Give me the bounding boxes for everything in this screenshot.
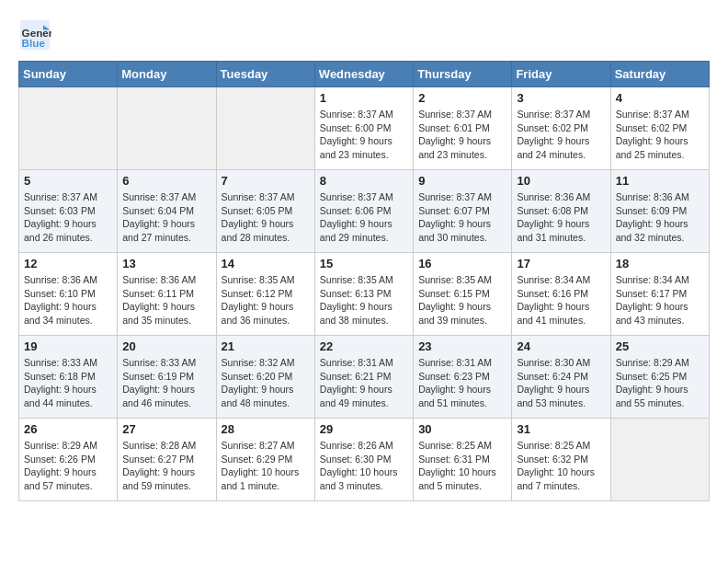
day-number: 31 xyxy=(517,422,605,436)
calendar-cell: 7Sunrise: 8:37 AM Sunset: 6:05 PM Daylig… xyxy=(216,170,314,253)
calendar-cell xyxy=(19,87,118,170)
day-info: Sunrise: 8:27 AM Sunset: 6:29 PM Dayligh… xyxy=(222,439,310,493)
day-info: Sunrise: 8:37 AM Sunset: 6:01 PM Dayligh… xyxy=(418,108,506,162)
day-number: 10 xyxy=(517,174,605,188)
day-info: Sunrise: 8:35 AM Sunset: 6:15 PM Dayligh… xyxy=(418,273,506,327)
day-info: Sunrise: 8:37 AM Sunset: 6:02 PM Dayligh… xyxy=(517,108,605,162)
calendar-cell: 1Sunrise: 8:37 AM Sunset: 6:00 PM Daylig… xyxy=(314,87,413,170)
weekday-header: Saturday xyxy=(610,62,709,87)
calendar-cell: 12Sunrise: 8:36 AM Sunset: 6:10 PM Dayli… xyxy=(19,253,118,336)
day-info: Sunrise: 8:34 AM Sunset: 6:16 PM Dayligh… xyxy=(517,273,605,327)
day-number: 8 xyxy=(320,174,408,188)
calendar-cell: 21Sunrise: 8:32 AM Sunset: 6:20 PM Dayli… xyxy=(216,336,314,419)
weekday-header: Monday xyxy=(118,62,216,87)
calendar-cell: 16Sunrise: 8:35 AM Sunset: 6:15 PM Dayli… xyxy=(414,253,512,336)
day-info: Sunrise: 8:35 AM Sunset: 6:13 PM Dayligh… xyxy=(320,273,408,327)
calendar-cell: 3Sunrise: 8:37 AM Sunset: 6:02 PM Daylig… xyxy=(512,87,610,170)
day-info: Sunrise: 8:29 AM Sunset: 6:25 PM Dayligh… xyxy=(616,356,704,410)
calendar-cell: 29Sunrise: 8:26 AM Sunset: 6:30 PM Dayli… xyxy=(314,419,413,501)
day-info: Sunrise: 8:34 AM Sunset: 6:17 PM Dayligh… xyxy=(616,273,704,327)
day-info: Sunrise: 8:36 AM Sunset: 6:09 PM Dayligh… xyxy=(616,190,704,245)
day-number: 20 xyxy=(122,339,210,353)
calendar-cell: 2Sunrise: 8:37 AM Sunset: 6:01 PM Daylig… xyxy=(414,87,512,170)
day-number: 18 xyxy=(616,257,704,270)
calendar-week-row: 26Sunrise: 8:29 AM Sunset: 6:26 PM Dayli… xyxy=(19,419,710,501)
calendar-cell: 22Sunrise: 8:31 AM Sunset: 6:21 PM Dayli… xyxy=(314,336,413,419)
calendar-cell xyxy=(610,419,709,501)
calendar-week-row: 19Sunrise: 8:33 AM Sunset: 6:18 PM Dayli… xyxy=(19,336,710,419)
day-info: Sunrise: 8:32 AM Sunset: 6:20 PM Dayligh… xyxy=(222,356,310,410)
calendar-cell: 23Sunrise: 8:31 AM Sunset: 6:23 PM Dayli… xyxy=(414,336,512,419)
calendar-cell: 10Sunrise: 8:36 AM Sunset: 6:08 PM Dayli… xyxy=(512,170,610,253)
day-info: Sunrise: 8:37 AM Sunset: 6:02 PM Dayligh… xyxy=(616,108,704,162)
day-number: 22 xyxy=(320,339,408,353)
calendar-week-row: 1Sunrise: 8:37 AM Sunset: 6:00 PM Daylig… xyxy=(19,87,710,170)
calendar-cell: 27Sunrise: 8:28 AM Sunset: 6:27 PM Dayli… xyxy=(118,419,216,501)
weekday-header: Tuesday xyxy=(216,62,314,87)
calendar-cell: 24Sunrise: 8:30 AM Sunset: 6:24 PM Dayli… xyxy=(512,336,610,419)
day-info: Sunrise: 8:37 AM Sunset: 6:06 PM Dayligh… xyxy=(320,190,408,245)
weekday-header: Friday xyxy=(512,62,610,87)
day-info: Sunrise: 8:31 AM Sunset: 6:21 PM Dayligh… xyxy=(320,356,408,410)
day-number: 14 xyxy=(222,257,310,270)
day-number: 11 xyxy=(616,174,704,188)
day-number: 24 xyxy=(517,339,605,353)
day-info: Sunrise: 8:25 AM Sunset: 6:31 PM Dayligh… xyxy=(418,439,506,493)
logo-icon: General Blue xyxy=(18,18,51,52)
day-number: 1 xyxy=(320,91,408,105)
weekday-header-row: SundayMondayTuesdayWednesdayThursdayFrid… xyxy=(19,62,710,87)
day-info: Sunrise: 8:28 AM Sunset: 6:27 PM Dayligh… xyxy=(122,439,210,493)
day-number: 30 xyxy=(418,422,506,436)
day-number: 4 xyxy=(616,91,704,105)
day-number: 9 xyxy=(418,174,506,188)
day-number: 16 xyxy=(418,257,506,270)
day-info: Sunrise: 8:36 AM Sunset: 6:11 PM Dayligh… xyxy=(122,273,210,327)
day-number: 7 xyxy=(222,174,310,188)
calendar-week-row: 12Sunrise: 8:36 AM Sunset: 6:10 PM Dayli… xyxy=(19,253,710,336)
calendar-cell: 31Sunrise: 8:25 AM Sunset: 6:32 PM Dayli… xyxy=(512,419,610,501)
calendar-cell: 19Sunrise: 8:33 AM Sunset: 6:18 PM Dayli… xyxy=(19,336,118,419)
calendar-cell: 25Sunrise: 8:29 AM Sunset: 6:25 PM Dayli… xyxy=(610,336,709,419)
calendar-cell xyxy=(216,87,314,170)
day-info: Sunrise: 8:37 AM Sunset: 6:04 PM Dayligh… xyxy=(122,190,210,245)
day-info: Sunrise: 8:37 AM Sunset: 6:00 PM Dayligh… xyxy=(320,108,408,162)
calendar-cell: 26Sunrise: 8:29 AM Sunset: 6:26 PM Dayli… xyxy=(19,419,118,501)
day-info: Sunrise: 8:36 AM Sunset: 6:10 PM Dayligh… xyxy=(24,273,112,327)
page: General Blue SundayMondayTuesdayWednesda… xyxy=(0,0,728,511)
day-info: Sunrise: 8:29 AM Sunset: 6:26 PM Dayligh… xyxy=(24,439,112,493)
day-number: 23 xyxy=(418,339,506,353)
day-number: 6 xyxy=(122,174,210,188)
day-number: 13 xyxy=(122,257,210,270)
weekday-header: Thursday xyxy=(414,62,512,87)
header: General Blue xyxy=(18,18,710,52)
day-number: 2 xyxy=(418,91,506,105)
calendar-cell: 28Sunrise: 8:27 AM Sunset: 6:29 PM Dayli… xyxy=(216,419,314,501)
calendar-cell: 6Sunrise: 8:37 AM Sunset: 6:04 PM Daylig… xyxy=(118,170,216,253)
day-number: 26 xyxy=(24,422,112,436)
calendar-cell: 5Sunrise: 8:37 AM Sunset: 6:03 PM Daylig… xyxy=(19,170,118,253)
svg-text:Blue: Blue xyxy=(22,37,46,49)
day-number: 29 xyxy=(320,422,408,436)
day-number: 17 xyxy=(517,257,605,270)
day-number: 12 xyxy=(24,257,112,270)
calendar-cell: 9Sunrise: 8:37 AM Sunset: 6:07 PM Daylig… xyxy=(414,170,512,253)
calendar-cell: 8Sunrise: 8:37 AM Sunset: 6:06 PM Daylig… xyxy=(314,170,413,253)
weekday-header: Wednesday xyxy=(314,62,413,87)
day-info: Sunrise: 8:37 AM Sunset: 6:05 PM Dayligh… xyxy=(222,190,310,245)
calendar-cell: 20Sunrise: 8:33 AM Sunset: 6:19 PM Dayli… xyxy=(118,336,216,419)
calendar-cell: 13Sunrise: 8:36 AM Sunset: 6:11 PM Dayli… xyxy=(118,253,216,336)
day-info: Sunrise: 8:33 AM Sunset: 6:19 PM Dayligh… xyxy=(122,356,210,410)
calendar-cell: 14Sunrise: 8:35 AM Sunset: 6:12 PM Dayli… xyxy=(216,253,314,336)
calendar-week-row: 5Sunrise: 8:37 AM Sunset: 6:03 PM Daylig… xyxy=(19,170,710,253)
weekday-header: Sunday xyxy=(19,62,118,87)
calendar-cell: 4Sunrise: 8:37 AM Sunset: 6:02 PM Daylig… xyxy=(610,87,709,170)
calendar-cell: 11Sunrise: 8:36 AM Sunset: 6:09 PM Dayli… xyxy=(610,170,709,253)
day-number: 28 xyxy=(222,422,310,436)
day-info: Sunrise: 8:25 AM Sunset: 6:32 PM Dayligh… xyxy=(517,439,605,493)
day-info: Sunrise: 8:35 AM Sunset: 6:12 PM Dayligh… xyxy=(222,273,310,327)
day-info: Sunrise: 8:37 AM Sunset: 6:03 PM Dayligh… xyxy=(24,190,112,245)
calendar-cell: 18Sunrise: 8:34 AM Sunset: 6:17 PM Dayli… xyxy=(610,253,709,336)
logo: General Blue xyxy=(18,18,55,52)
day-info: Sunrise: 8:37 AM Sunset: 6:07 PM Dayligh… xyxy=(418,190,506,245)
calendar-table: SundayMondayTuesdayWednesdayThursdayFrid… xyxy=(18,61,710,501)
